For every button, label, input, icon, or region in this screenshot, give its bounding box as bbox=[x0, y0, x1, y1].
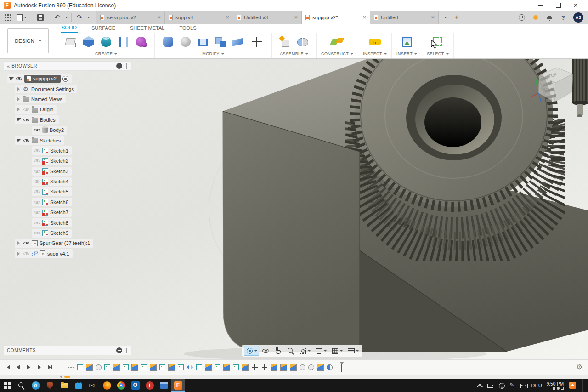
browser-item[interactable]: Body2 bbox=[4, 125, 131, 135]
ribbon-group-label[interactable]: CREATE bbox=[95, 51, 117, 56]
document-tab[interactable]: supppp v2* bbox=[302, 11, 370, 24]
collapse-panel-icon[interactable] bbox=[7, 63, 9, 69]
timeline-feature-group-dots-icon[interactable] bbox=[68, 364, 74, 371]
new-component-icon[interactable] bbox=[279, 35, 292, 48]
combine-icon[interactable] bbox=[214, 35, 227, 48]
browser-item[interactable]: Named Views bbox=[4, 94, 131, 104]
close-tab-icon[interactable] bbox=[294, 15, 298, 20]
taskbar-edge-button[interactable] bbox=[28, 379, 43, 392]
browser-item[interactable]: Origin bbox=[4, 104, 131, 114]
maximize-button[interactable] bbox=[549, 0, 567, 11]
timeline-feature-extrude-icon[interactable] bbox=[113, 364, 120, 371]
dropdown-caret-icon[interactable] bbox=[356, 350, 359, 352]
expander-icon[interactable] bbox=[16, 86, 21, 91]
dropdown-caret-icon[interactable] bbox=[340, 350, 343, 352]
timeline-feature-extrude-icon[interactable] bbox=[280, 364, 287, 371]
block-front-face[interactable] bbox=[223, 111, 360, 352]
ribbon-group-label[interactable]: MODIFY bbox=[202, 51, 224, 56]
comments-header[interactable]: COMMENTS bbox=[4, 346, 131, 355]
timeline-feature-extrude-icon[interactable] bbox=[290, 364, 297, 371]
visibility-eye-icon[interactable] bbox=[34, 209, 40, 216]
browser-item[interactable]: Sketch6 bbox=[4, 197, 131, 207]
help-icon[interactable] bbox=[560, 14, 567, 21]
browser-item[interactable]: Document Settings bbox=[4, 84, 131, 94]
taskbar-mail-button[interactable] bbox=[85, 379, 100, 392]
expander-icon[interactable] bbox=[9, 76, 14, 81]
spur-gear[interactable] bbox=[355, 59, 553, 207]
extrude-icon[interactable] bbox=[82, 35, 95, 48]
tab-overflow-button[interactable] bbox=[439, 11, 451, 24]
show-desktop-button[interactable] bbox=[582, 379, 584, 392]
visibility-eye-icon[interactable] bbox=[23, 116, 30, 123]
expander-icon[interactable] bbox=[16, 138, 21, 143]
document-tab[interactable]: servoproc v2 bbox=[96, 11, 165, 24]
timeline-feature-extrude-icon[interactable] bbox=[86, 364, 93, 371]
close-tab-icon[interactable] bbox=[363, 15, 367, 20]
select-window-icon[interactable] bbox=[431, 35, 444, 48]
visibility-eye-icon[interactable] bbox=[23, 250, 30, 257]
ribbon-group-label[interactable]: CONSTRUCT bbox=[321, 51, 353, 56]
browser-item[interactable]: Sketch3 bbox=[4, 166, 131, 176]
timeline-feature-extrude-icon[interactable] bbox=[242, 364, 249, 371]
press-pull-icon[interactable] bbox=[162, 35, 175, 48]
expander-icon[interactable] bbox=[16, 107, 21, 112]
browser-item[interactable]: Spur Gear (37 teeth):1 bbox=[4, 238, 131, 248]
revolve-icon[interactable] bbox=[100, 35, 113, 48]
timeline-feature-hole-icon[interactable] bbox=[308, 364, 314, 370]
visibility-eye-icon[interactable] bbox=[34, 219, 40, 226]
timeline-scrollbar[interactable] bbox=[0, 375, 588, 379]
browser-item[interactable]: Bodies bbox=[4, 115, 131, 125]
grid-display-button[interactable] bbox=[329, 346, 345, 356]
timeline-feature-sketch-icon[interactable] bbox=[141, 364, 147, 370]
close-tab-icon[interactable] bbox=[226, 15, 230, 20]
file-menu-button[interactable] bbox=[15, 12, 28, 23]
timeline-feature-extrude-icon[interactable] bbox=[205, 364, 212, 371]
visibility-eye-icon[interactable] bbox=[34, 230, 40, 237]
visibility-eye-icon[interactable] bbox=[16, 75, 23, 82]
timeline-feature-sketch-icon[interactable] bbox=[77, 364, 83, 370]
fillet-icon[interactable] bbox=[179, 35, 192, 48]
notifications-bell-icon[interactable] bbox=[546, 14, 553, 21]
document-tab[interactable]: Untitled v3 bbox=[233, 11, 302, 24]
dropdown-caret-icon[interactable] bbox=[324, 350, 327, 352]
taskbar-fusion-button[interactable] bbox=[171, 379, 185, 392]
browser-item[interactable]: Sketch4 bbox=[4, 176, 131, 187]
move-icon[interactable] bbox=[250, 35, 263, 48]
step-forward-button[interactable] bbox=[35, 364, 43, 371]
ribbon-group-label[interactable]: INSPECT bbox=[363, 51, 387, 56]
redo-button[interactable] bbox=[75, 12, 85, 23]
browser-item[interactable]: Sketch7 bbox=[4, 207, 131, 217]
activate-component-icon[interactable] bbox=[62, 76, 68, 82]
measure-icon[interactable] bbox=[368, 35, 381, 48]
visibility-eye-icon[interactable] bbox=[34, 178, 40, 185]
timeline-feature-move-icon[interactable] bbox=[261, 364, 268, 371]
timeline-feature-sketch-icon[interactable] bbox=[159, 364, 165, 370]
visibility-eye-icon[interactable] bbox=[23, 240, 30, 247]
minimize-panel-icon[interactable] bbox=[116, 63, 122, 69]
timeline-feature-sketch-icon[interactable] bbox=[233, 364, 239, 370]
timeline-feature-sketch-icon[interactable] bbox=[215, 364, 220, 370]
browser-item[interactable]: Sketches bbox=[4, 135, 131, 145]
keyboard-icon[interactable] bbox=[520, 382, 527, 389]
data-panel-button[interactable] bbox=[3, 12, 13, 23]
taskbar-chrome-button[interactable] bbox=[114, 379, 128, 392]
form-icon[interactable] bbox=[135, 35, 147, 48]
ribbon-group-label[interactable]: SELECT bbox=[427, 51, 448, 56]
browser-item[interactable]: Sketch8 bbox=[4, 217, 131, 227]
ribbon-tab-sheet-metal[interactable]: SHEET METAL bbox=[129, 24, 165, 32]
skip-end-button[interactable] bbox=[46, 364, 54, 371]
expander-icon[interactable] bbox=[16, 97, 21, 102]
timeline-feature-mirror-icon[interactable] bbox=[187, 364, 193, 371]
user-avatar[interactable]: AS bbox=[573, 12, 583, 23]
pen-icon[interactable] bbox=[509, 382, 516, 389]
offset-face-icon[interactable] bbox=[232, 35, 244, 48]
undo-dropdown-icon[interactable] bbox=[65, 17, 68, 18]
visibility-eye-icon[interactable] bbox=[34, 147, 40, 154]
taskbar-app-window-button[interactable] bbox=[157, 379, 171, 392]
workspace-selector[interactable]: DESIGN bbox=[7, 28, 49, 53]
browser-root-row[interactable]: supppp v2 bbox=[4, 74, 131, 84]
taskbar-outlook-button[interactable] bbox=[128, 379, 142, 392]
taskbar-start-button[interactable] bbox=[0, 379, 14, 392]
panel-grip[interactable] bbox=[126, 63, 128, 69]
construct-plane-icon[interactable] bbox=[331, 35, 344, 48]
